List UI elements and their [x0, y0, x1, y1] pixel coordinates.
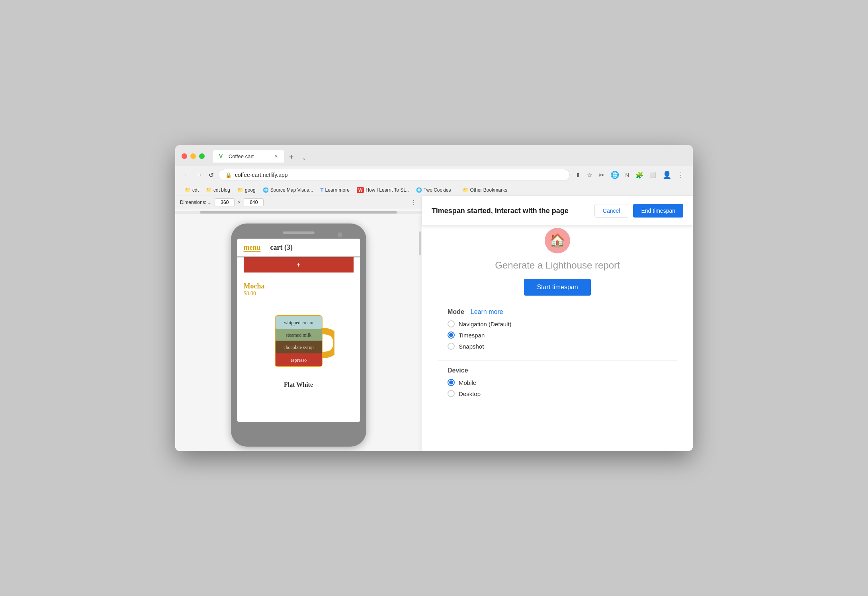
minimize-button[interactable] [190, 153, 196, 159]
bookmark-how-i-learnt[interactable]: W How I Learnt To St... [354, 186, 412, 194]
snapshot-radio[interactable] [448, 343, 455, 350]
active-tab[interactable]: V Coffee cart × [213, 150, 284, 163]
new-tab-button[interactable]: + [286, 151, 297, 163]
mode-snapshot-option[interactable]: Snapshot [448, 343, 667, 350]
nav-cart-item[interactable]: cart (3) [270, 243, 293, 252]
lighthouse-content: 🏠 Generate a Lighthouse report Start tim… [422, 196, 693, 409]
tab-close-button[interactable]: × [275, 153, 278, 159]
forward-button[interactable]: → [194, 170, 204, 180]
bookmark-label: Learn more [325, 187, 350, 193]
mode-navigation-option[interactable]: Navigation (Default) [448, 320, 667, 327]
lighthouse-title: Generate a Lighthouse report [495, 260, 620, 271]
svg-rect-8 [276, 363, 322, 366]
mobile-label: Mobile [459, 379, 476, 386]
scissors-button[interactable]: ✂ [596, 170, 606, 180]
globe-icon: 🌐 [263, 187, 269, 193]
device-desktop-option[interactable]: Desktop [448, 390, 667, 397]
bookmark-cdt-blog[interactable]: 📁 cdt blog [203, 186, 233, 194]
coffee-nav: menu cart (3) [237, 239, 360, 257]
dimensions-bar: Dimensions: ... × ⋮ [175, 196, 422, 209]
svg-text:steamed milk: steamed milk [285, 332, 311, 338]
horizontal-scrollbar[interactable] [175, 211, 422, 214]
svg-text:espresso: espresso [290, 357, 307, 363]
more-menu-button[interactable]: ⋮ [675, 170, 686, 180]
add-button-container: + [237, 257, 360, 279]
timespan-actions: Cancel End timespan [594, 204, 683, 218]
maximize-button[interactable] [199, 153, 205, 159]
reload-button[interactable]: ↺ [207, 170, 215, 180]
dimensions-label[interactable]: Dimensions: ... [180, 200, 211, 205]
tab-strip: V Coffee cart × + ⌄ [182, 150, 686, 163]
bookmark-label: Other Bookmarks [470, 187, 507, 193]
tab-list-chevron[interactable]: ⌄ [299, 153, 310, 163]
profile-avatar[interactable]: 👤 [660, 169, 674, 181]
lighthouse-panel: Timespan started, interact with the page… [422, 196, 693, 451]
device-viewport: menu cart (3) + Mocha $8.00 [175, 216, 422, 451]
bookmark-other[interactable]: 📁 Other Bookmarks [459, 186, 510, 194]
bookmark-goog[interactable]: 📁 goog [234, 186, 259, 194]
device-label: Device [448, 367, 667, 374]
learn-more-link[interactable]: Learn more [471, 308, 503, 316]
width-input[interactable] [215, 198, 235, 206]
coffee-cup-illustration: whipped cream steamed milk chocolate syr… [263, 303, 334, 375]
height-input[interactable] [244, 198, 264, 206]
folder-icon: 📁 [463, 187, 469, 193]
mode-timespan-option[interactable]: Timespan [448, 331, 667, 339]
desktop-label: Desktop [459, 390, 481, 397]
address-bar[interactable]: 🔒 coffee-cart.netlify.app [219, 169, 570, 181]
lighthouse-icon-container: 🏠 [545, 228, 570, 255]
coffee-item-mocha: Mocha $8.00 [237, 279, 360, 300]
bookmark-label: Two Cookies [424, 187, 451, 193]
share-button[interactable]: ⬆ [573, 170, 583, 180]
close-button[interactable] [182, 153, 187, 159]
bookmark-google-translate[interactable]: T Learn more [317, 186, 353, 194]
start-timespan-button[interactable]: Start timespan [524, 279, 590, 296]
bookmark-label: Source Map Visua... [270, 187, 313, 193]
vertical-scrollbar[interactable] [418, 216, 422, 451]
back-button[interactable]: ← [182, 170, 191, 180]
device-mobile-option[interactable]: Mobile [448, 379, 667, 386]
title-bar: V Coffee cart × + ⌄ [175, 145, 693, 166]
mobile-radio[interactable] [448, 379, 455, 386]
tab-favicon: V [219, 153, 225, 159]
traffic-lights [182, 153, 205, 159]
add-to-cart-button[interactable]: + [244, 257, 354, 273]
bookmark-cdt[interactable]: 📁 cdt [182, 186, 202, 194]
phone-speaker [283, 231, 315, 234]
nav-actions: ⬆ ☆ ✂ 🌐 N 🧩 ⬜ 👤 ⋮ [573, 169, 686, 181]
extensions-puzzle-icon[interactable]: 🧩 [633, 170, 646, 180]
nav-menu-item[interactable]: menu [244, 243, 261, 252]
devtools-icon[interactable]: ⬜ [647, 171, 659, 180]
bookmark-label: How I Learnt To St... [366, 187, 409, 193]
svg-text:whipped cream: whipped cream [284, 320, 313, 325]
dimensions-more-button[interactable]: ⋮ [411, 199, 417, 206]
timespan-title: Timespan started, interact with the page [432, 207, 569, 215]
folder-icon: 📁 [206, 187, 212, 193]
desktop-radio[interactable] [448, 390, 455, 397]
snapshot-label: Snapshot [459, 343, 484, 350]
translate-icon[interactable]: 🌐 [608, 169, 622, 181]
timespan-radio[interactable] [448, 331, 455, 339]
item-name: Mocha [244, 282, 354, 290]
end-timespan-button[interactable]: End timespan [633, 204, 683, 218]
browser-window: V Coffee cart × + ⌄ ← → ↺ 🔒 coffee-cart.… [175, 145, 693, 451]
extension-button[interactable]: N [623, 171, 631, 180]
timespan-dialog: Timespan started, interact with the page… [422, 196, 693, 226]
tab-bar: V Coffee cart × + ⌄ [213, 150, 310, 163]
bookmark-button[interactable]: ☆ [585, 170, 595, 180]
timespan-label: Timespan [459, 332, 485, 339]
folder-icon: 📁 [237, 187, 243, 193]
bookmark-source-map[interactable]: 🌐 Source Map Visua... [260, 186, 317, 194]
devtools-panel: Dimensions: ... × ⋮ [175, 196, 422, 451]
phone-screen: menu cart (3) + Mocha $8.00 [237, 239, 360, 422]
svg-text:chocolate syrup: chocolate syrup [283, 345, 314, 350]
svg-text:🏠: 🏠 [549, 233, 565, 248]
bookmark-label: cdt blog [213, 187, 230, 193]
section-divider [438, 360, 677, 361]
cancel-button[interactable]: Cancel [594, 204, 629, 218]
dimension-x-separator: × [238, 200, 240, 205]
mode-section: Mode Learn more Navigation (Default) Tim… [438, 308, 677, 354]
bookmark-two-cookies[interactable]: 🌐 Two Cookies [413, 186, 454, 194]
coffee-app: menu cart (3) + Mocha $8.00 [237, 239, 360, 392]
navigation-radio[interactable] [448, 320, 455, 327]
